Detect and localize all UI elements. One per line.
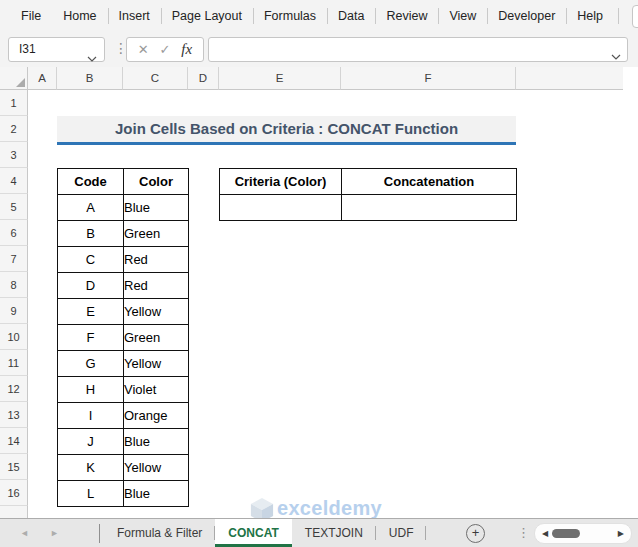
horizontal-scrollbar-thumb[interactable]	[552, 529, 580, 538]
sheet-tab-textjoin[interactable]: TEXTJOIN	[292, 519, 376, 547]
cell[interactable]: C	[58, 247, 124, 273]
comments-button[interactable]	[632, 5, 638, 28]
cell[interactable]: I	[58, 403, 124, 429]
cell[interactable]: A	[58, 195, 124, 221]
ribbon-tab-help[interactable]: Help	[566, 0, 614, 32]
ribbon-tab-page-layout[interactable]: Page Layout	[161, 0, 253, 32]
watermark: exceldemy EXCEL · DATA · BI	[250, 497, 382, 518]
table-row: LBlue	[58, 481, 189, 507]
row-header-12[interactable]: 12	[0, 376, 28, 402]
column-header-filler	[516, 67, 623, 90]
ribbon-tab-formulas[interactable]: Formulas	[253, 0, 327, 32]
add-sheet-button[interactable]: +	[466, 524, 485, 543]
row-header-5[interactable]: 5	[0, 194, 28, 220]
header-cell[interactable]: Criteria (Color)	[220, 169, 342, 195]
insert-function-icon[interactable]: fx	[181, 41, 192, 58]
cell[interactable]: Red	[124, 273, 189, 299]
criteria-table: Criteria (Color)Concatenation	[219, 168, 517, 221]
cell[interactable]: K	[58, 455, 124, 481]
sheet-title-cell[interactable]: Join Cells Based on Criteria : CONCAT Fu…	[57, 116, 516, 145]
formula-input[interactable]	[208, 37, 628, 62]
cell[interactable]: Yellow	[124, 455, 189, 481]
ribbon-tabs: FileHomeInsertPage LayoutFormulasDataRev…	[10, 0, 614, 32]
column-header-B[interactable]: B	[57, 67, 123, 90]
sheet-nav-left-icon[interactable]: ◄	[20, 519, 29, 547]
header-cell[interactable]: Concatenation	[342, 169, 517, 195]
row-header-1[interactable]: 1	[0, 90, 28, 116]
row-header-2[interactable]: 2	[0, 116, 28, 142]
cell[interactable]: B	[58, 221, 124, 247]
cell[interactable]: Orange	[124, 403, 189, 429]
scroll-right-icon[interactable]: ▶	[618, 524, 624, 543]
formula-bar-row: I31 ⋮ ✕ ✓ fx	[0, 32, 638, 67]
formula-controls: ✕ ✓ fx	[126, 37, 204, 62]
ribbon-tab-home[interactable]: Home	[52, 0, 107, 32]
cell[interactable]	[220, 195, 342, 221]
row-header-14[interactable]: 14	[0, 428, 28, 454]
ribbon-tab-data[interactable]: Data	[327, 0, 375, 32]
sheet-tab-formula-filter[interactable]: Formula & Filter	[104, 519, 215, 547]
sheet-tab-concat[interactable]: CONCAT	[215, 519, 291, 547]
cell[interactable]: Blue	[124, 429, 189, 455]
column-header-E[interactable]: E	[219, 67, 341, 90]
table-row: EYellow	[58, 299, 189, 325]
cell[interactable]: Yellow	[124, 351, 189, 377]
ribbon-tab-review[interactable]: Review	[375, 0, 438, 32]
cell[interactable]: Blue	[124, 481, 189, 507]
row-header-15[interactable]: 15	[0, 454, 28, 480]
ribbon-tab-insert[interactable]: Insert	[108, 0, 161, 32]
formula-bar-expand-icon[interactable]	[611, 46, 621, 64]
column-header-D[interactable]: D	[188, 67, 219, 90]
criteria-table-header-row: Criteria (Color)Concatenation	[220, 169, 517, 195]
cell[interactable]: D	[58, 273, 124, 299]
cell[interactable]: F	[58, 325, 124, 351]
cell[interactable]: Red	[124, 247, 189, 273]
tabbar-grip-icon: ⋮	[517, 519, 530, 547]
cell[interactable]: H	[58, 377, 124, 403]
sheet-tab-bar: ◄ ► Formula & FilterCONCATTEXTJOINUDF + …	[0, 518, 638, 547]
ribbon: FileHomeInsertPage LayoutFormulasDataRev…	[0, 0, 638, 32]
row-header-3[interactable]: 3	[0, 142, 28, 168]
ribbon-tab-file[interactable]: File	[10, 0, 52, 32]
column-header-C[interactable]: C	[123, 67, 188, 90]
horizontal-scrollbar[interactable]: ◀ ▶	[534, 523, 632, 544]
table-row: BGreen	[58, 221, 189, 247]
header-cell[interactable]: Code	[58, 169, 124, 195]
cancel-icon[interactable]: ✕	[138, 38, 149, 61]
ribbon-tab-view[interactable]: View	[438, 0, 487, 32]
cell[interactable]: Blue	[124, 195, 189, 221]
name-box-value: I31	[19, 42, 36, 56]
row-header-9[interactable]: 9	[0, 298, 28, 324]
sheet-nav-right-icon[interactable]: ►	[50, 519, 59, 547]
cell[interactable]: G	[58, 351, 124, 377]
select-all-corner[interactable]	[0, 67, 28, 90]
row-header-16[interactable]: 16	[0, 480, 28, 506]
row-header-10[interactable]: 10	[0, 324, 28, 350]
row-header-13[interactable]: 13	[0, 402, 28, 428]
name-box[interactable]: I31	[8, 37, 105, 62]
table-row: GYellow	[58, 351, 189, 377]
cell[interactable]	[342, 195, 517, 221]
cell[interactable]: Green	[124, 221, 189, 247]
sheet-tab-udf[interactable]: UDF	[376, 519, 427, 547]
cell[interactable]: Green	[124, 325, 189, 351]
column-header-A[interactable]: A	[28, 67, 57, 90]
row-header-8[interactable]: 8	[0, 272, 28, 298]
column-header-F[interactable]: F	[341, 67, 516, 90]
row-header-partial	[0, 506, 28, 518]
scroll-left-icon[interactable]: ◀	[542, 524, 548, 543]
row-header-4[interactable]: 4	[0, 168, 28, 194]
header-cell[interactable]: Color	[124, 169, 189, 195]
ribbon-tab-developer[interactable]: Developer	[487, 0, 566, 32]
row-header-11[interactable]: 11	[0, 350, 28, 376]
cell[interactable]: Yellow	[124, 299, 189, 325]
cell[interactable]: L	[58, 481, 124, 507]
row-header-6[interactable]: 6	[0, 220, 28, 246]
table-row: KYellow	[58, 455, 189, 481]
enter-icon[interactable]: ✓	[160, 38, 171, 61]
row-header-7[interactable]: 7	[0, 246, 28, 272]
code-table-header-row: CodeColor	[58, 169, 189, 195]
cell[interactable]: Violet	[124, 377, 189, 403]
cell[interactable]: E	[58, 299, 124, 325]
cell[interactable]: J	[58, 429, 124, 455]
